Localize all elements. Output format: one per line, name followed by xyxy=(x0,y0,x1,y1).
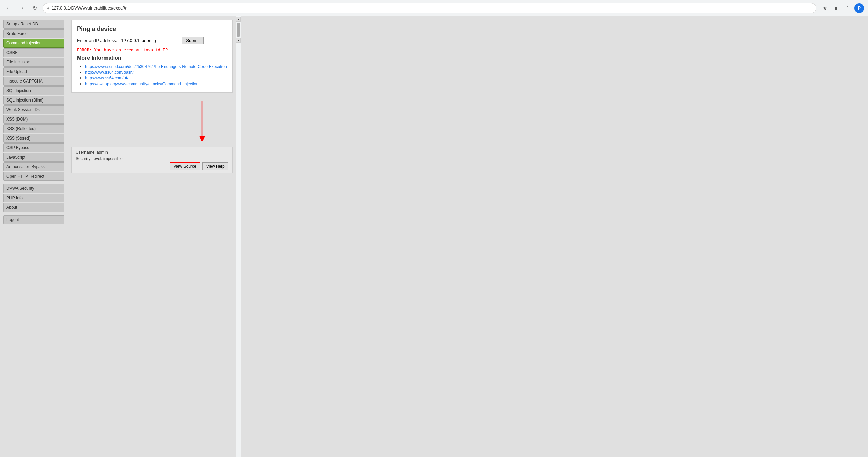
username-value: admin xyxy=(97,150,108,155)
sidebar-item-file-inclusion[interactable]: File Inclusion xyxy=(3,58,64,67)
browser-chrome: ← → ↻ ● 127.0.0.1/DVWA/vulnerabilities/e… xyxy=(0,0,868,16)
list-item: http://www.ss64.com/nt/ xyxy=(85,75,227,80)
sidebar-item-csrf[interactable]: CSRF xyxy=(3,48,64,57)
browser-actions: ★ ■ ⋮ P xyxy=(820,3,864,13)
footer-username: Username: admin xyxy=(76,150,228,155)
error-message: ERROR: You have entered an invalid IP. xyxy=(77,48,227,52)
sidebar-item-xss-dom[interactable]: XSS (DOM) xyxy=(3,115,64,124)
back-button[interactable]: ← xyxy=(4,3,14,13)
sidebar-item-dvwa-security[interactable]: DVWA Security xyxy=(3,184,64,193)
content-box: Ping a device Enter an IP address: Submi… xyxy=(71,20,233,93)
security-label: Security Level: xyxy=(76,156,102,161)
sidebar-item-setup-reset-db[interactable]: Setup / Reset DB xyxy=(3,20,64,29)
footer-buttons: View Source View Help xyxy=(76,162,228,170)
extensions-button[interactable]: ■ xyxy=(831,3,841,13)
menu-button[interactable]: ⋮ xyxy=(843,3,852,13)
list-item: http://www.ss64.com/bash/ xyxy=(85,70,227,75)
ip-input[interactable] xyxy=(119,37,180,44)
page-container: Setup / Reset DB Brute Force Command Inj… xyxy=(0,16,236,457)
sidebar-item-sql-injection[interactable]: SQL Injection xyxy=(3,86,64,95)
url-text: 127.0.0.1/DVWA/vulnerabilities/exec/# xyxy=(52,5,127,11)
more-info-title: More Information xyxy=(77,55,227,61)
link-ss64-nt[interactable]: http://www.ss64.com/nt/ xyxy=(85,76,128,80)
sidebar-item-file-upload[interactable]: File Upload xyxy=(3,67,64,76)
page-layout: Setup / Reset DB Brute Force Command Inj… xyxy=(0,16,868,457)
security-value: impossible xyxy=(103,156,123,161)
ip-form: Enter an IP address: Submit xyxy=(77,37,227,44)
lock-icon: ● xyxy=(47,6,50,10)
sidebar-item-php-info[interactable]: PHP Info xyxy=(3,194,64,202)
link-owasp[interactable]: https://owasp.org/www-community/attacks/… xyxy=(85,81,198,86)
sidebar-item-authorisation-bypass[interactable]: Authorisation Bypass xyxy=(3,162,64,171)
footer-security: Security Level: impossible xyxy=(76,156,228,161)
annotation-area xyxy=(68,96,236,144)
link-scribd[interactable]: https://www.scribd.com/doc/2530476/Php-E… xyxy=(85,64,227,69)
sidebar-item-xss-reflected[interactable]: XSS (Reflected) xyxy=(3,124,64,133)
page-title: Ping a device xyxy=(77,25,227,33)
sidebar-item-weak-session-ids[interactable]: Weak Session IDs xyxy=(3,105,64,114)
profile-button[interactable]: P xyxy=(854,3,864,13)
sidebar-item-xss-stored[interactable]: XSS (Stored) xyxy=(3,134,64,143)
reload-button[interactable]: ↻ xyxy=(30,3,39,13)
sidebar-item-brute-force[interactable]: Brute Force xyxy=(3,29,64,38)
footer-area: Username: admin Security Level: impossib… xyxy=(71,147,233,173)
submit-button[interactable]: Submit xyxy=(182,37,203,44)
svg-marker-1 xyxy=(199,136,205,142)
list-item: https://www.scribd.com/doc/2530476/Php-E… xyxy=(85,64,227,69)
view-source-button[interactable]: View Source xyxy=(170,162,200,170)
main-content: Ping a device Enter an IP address: Submi… xyxy=(68,16,236,457)
scroll-down-button[interactable]: ▼ xyxy=(236,38,241,43)
sidebar-item-insecure-captcha[interactable]: Insecure CAPTCHA xyxy=(3,77,64,86)
address-bar[interactable]: ● 127.0.0.1/DVWA/vulnerabilities/exec/# xyxy=(43,3,816,13)
sidebar-item-open-http-redirect[interactable]: Open HTTP Redirect xyxy=(3,172,64,181)
ip-label: Enter an IP address: xyxy=(77,38,117,43)
sidebar-item-csp-bypass[interactable]: CSP Bypass xyxy=(3,143,64,152)
scroll-up-button[interactable]: ▲ xyxy=(236,17,241,22)
scrollbar[interactable]: ▲ ▼ xyxy=(236,16,241,457)
sidebar: Setup / Reset DB Brute Force Command Inj… xyxy=(0,16,68,457)
sidebar-item-logout[interactable]: Logout xyxy=(3,215,64,224)
scrollbar-thumb[interactable] xyxy=(237,23,240,37)
sidebar-divider-2 xyxy=(3,213,64,215)
link-ss64-bash[interactable]: http://www.ss64.com/bash/ xyxy=(85,70,134,75)
sidebar-item-javascript[interactable]: JavaScript xyxy=(3,153,64,162)
username-label: Username: xyxy=(76,150,96,155)
sidebar-divider-1 xyxy=(3,181,64,184)
forward-button[interactable]: → xyxy=(17,3,26,13)
view-help-button[interactable]: View Help xyxy=(202,162,228,170)
list-item: https://owasp.org/www-community/attacks/… xyxy=(85,81,227,86)
bookmarks-button[interactable]: ★ xyxy=(820,3,829,13)
more-info-list: https://www.scribd.com/doc/2530476/Php-E… xyxy=(77,64,227,86)
sidebar-item-sql-injection-blind[interactable]: SQL Injection (Blind) xyxy=(3,96,64,105)
sidebar-item-about[interactable]: About xyxy=(3,203,64,212)
arrow-annotation xyxy=(189,99,216,144)
sidebar-item-command-injection[interactable]: Command Injection xyxy=(3,39,64,48)
